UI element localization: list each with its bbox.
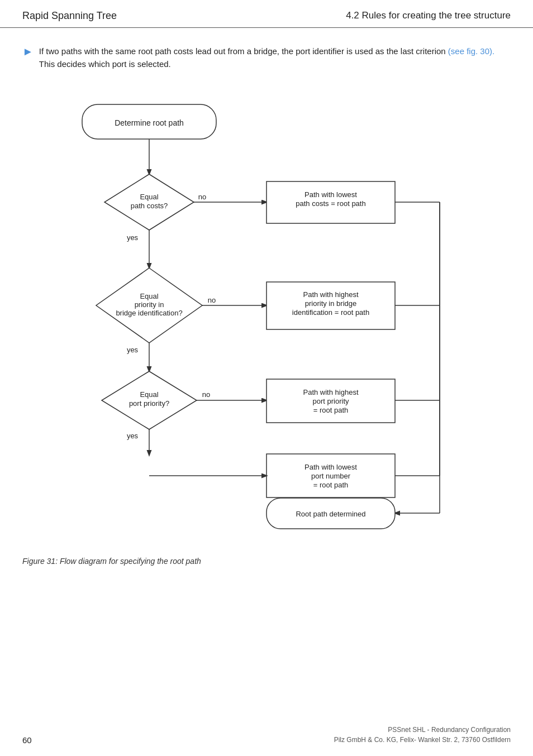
header-title-left: Rapid Spanning Tree [22,10,117,22]
svg-text:bridge identification?: bridge identification? [116,309,182,317]
svg-text:Path with lowest: Path with lowest [304,463,357,471]
intro-paragraph: ► If two paths with the same root path c… [22,45,511,71]
page: Rapid Spanning Tree 4.2 Rules for creati… [0,0,533,756]
header: Rapid Spanning Tree 4.2 Rules for creati… [0,0,533,28]
svg-text:port number: port number [311,472,351,480]
svg-text:path costs?: path costs? [131,202,168,210]
svg-text:Equal: Equal [140,390,158,399]
svg-text:Path with highest: Path with highest [303,388,358,396]
figure-caption: Figure 31: Flow diagram for specifying t… [22,557,511,566]
svg-text:Root path determined: Root path determined [296,510,365,518]
svg-text:yes: yes [127,432,139,440]
svg-text:port priority?: port priority? [129,399,169,408]
svg-text:= root path: = root path [313,481,349,489]
svg-text:port priority: port priority [312,397,349,405]
determine-root-label: Determine root path [115,118,184,127]
equal-path-costs-label: Equal [140,193,158,201]
svg-text:priority in: priority in [135,300,164,309]
svg-text:priority in bridge: priority in bridge [305,299,357,308]
svg-text:no: no [202,390,210,399]
footer-company: PSSnet SHL - Redundancy Configuration Pi… [334,725,511,745]
svg-text:Path with highest: Path with highest [303,290,358,299]
svg-text:yes: yes [127,233,139,242]
intro-text: If two paths with the same root path cos… [39,45,511,71]
body-content: ► If two paths with the same root path c… [0,28,533,566]
footer: 60 PSSnet SHL - Redundancy Configuration… [0,725,533,745]
footer-page-number: 60 [22,735,32,745]
svg-text:yes: yes [127,346,139,354]
header-title-right: 4.2 Rules for creating the tree structur… [346,10,511,21]
flowchart-diagram: Determine root path Equal path costs? no… [49,88,484,546]
svg-text:no: no [208,296,216,304]
svg-text:= root path: = root path [313,406,349,414]
svg-text:no: no [198,193,206,201]
svg-text:identification = root path: identification = root path [292,308,369,317]
svg-text:Path with lowest: Path with lowest [304,190,357,199]
svg-text:Equal: Equal [140,292,158,300]
svg-text:path costs = root path: path costs = root path [296,199,365,208]
bullet-arrow-icon: ► [22,45,34,58]
